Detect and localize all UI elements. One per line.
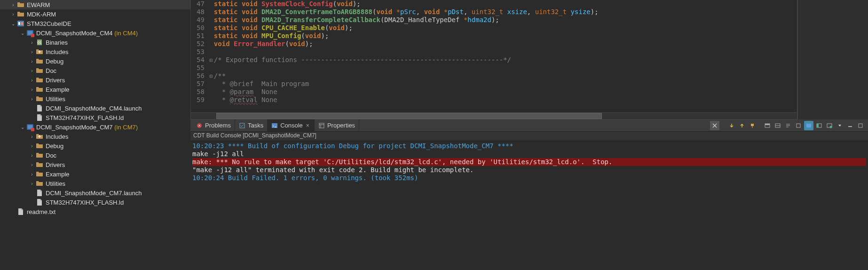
code-line[interactable]: /* Exported functions ------------------… — [214, 56, 797, 64]
scrollbar-thumb[interactable] — [216, 113, 602, 119]
pin-console-button[interactable] — [748, 121, 757, 130]
tree-item-label: STM32CubeIDE — [27, 20, 71, 27]
dropdown-button[interactable] — [835, 121, 844, 130]
expand-toggle[interactable]: › — [28, 181, 36, 186]
code-line[interactable]: * @param None — [214, 88, 797, 96]
panel-tab-console[interactable]: Console× — [268, 119, 315, 131]
expand-toggle[interactable]: › — [28, 172, 36, 177]
tree-item[interactable]: ›DCMI_SnapshotMode_CM7.launch — [0, 188, 190, 198]
clear-console-button[interactable] — [710, 121, 719, 130]
tree-item[interactable]: ›Drivers — [0, 75, 190, 85]
expand-toggle[interactable]: › — [28, 49, 36, 55]
expand-toggle[interactable]: ⌄ — [19, 125, 26, 130]
display-selected-button[interactable] — [804, 121, 813, 130]
folder-icon — [36, 142, 43, 150]
tree-item-label: Doc — [46, 152, 56, 159]
code-line[interactable]: * @retval None — [214, 96, 797, 104]
line-number: 56 — [197, 72, 205, 80]
folder-icon — [36, 95, 43, 103]
fold-marker[interactable]: ⊟ — [208, 56, 214, 64]
expand-toggle[interactable]: › — [28, 87, 36, 92]
code-editor[interactable]: 47484950515253545556575859 ⊟⊟ static voi… — [190, 0, 797, 119]
panel-tab-tasks[interactable]: Tasks — [235, 119, 268, 131]
folder-icon — [36, 57, 43, 65]
expand-toggle[interactable]: › — [28, 96, 36, 102]
tree-item[interactable]: ›readme.txt — [0, 207, 190, 216]
code-line[interactable]: static void SystemClock_Config(void); — [214, 0, 797, 8]
code-line[interactable] — [214, 48, 797, 56]
tree-item[interactable]: ›Example — [0, 169, 190, 179]
code-line[interactable]: static void DMA2D_TransferCompleteCallba… — [214, 16, 797, 24]
console-output[interactable]: 10:20:23 **** Build of configuration Deb… — [190, 141, 868, 270]
line-number: 59 — [197, 96, 205, 104]
expand-toggle[interactable]: › — [9, 12, 17, 17]
code-line[interactable]: static void MPU_Config(void); — [214, 32, 797, 40]
expand-toggle[interactable]: ⌄ — [9, 21, 17, 26]
code-line[interactable]: static void CPU_CACHE_Enable(void); — [214, 24, 797, 32]
tree-item[interactable]: ›Includes — [0, 47, 190, 56]
open-console-button[interactable] — [814, 121, 824, 130]
tree-item[interactable]: ⌄DCMI_SnapshotMode_CM4 (in CM4) — [0, 28, 190, 38]
tree-item[interactable]: ›EWARM — [0, 0, 190, 9]
console-view-1-icon[interactable] — [763, 121, 772, 130]
fold-marker[interactable]: ⊟ — [208, 72, 214, 80]
tree-item[interactable]: ›Drivers — [0, 160, 190, 169]
editor-area: 47484950515253545556575859 ⊟⊟ static voi… — [190, 0, 868, 119]
tree-item[interactable]: ⌄DCMI_SnapshotMode_CM7 (in CM7) — [0, 122, 190, 132]
expand-toggle[interactable]: › — [9, 2, 17, 8]
code-line[interactable]: static void DMA2D_ConvertFrameToARGB8888… — [214, 8, 797, 16]
tree-item[interactable]: ›Debug — [0, 56, 190, 66]
expand-toggle[interactable]: › — [28, 134, 36, 139]
tree-item[interactable]: ⌄STM32CubeIDE — [0, 19, 190, 28]
minimize-panel-icon[interactable] — [845, 121, 855, 130]
console-scroll-lock-icon[interactable] — [783, 121, 793, 130]
expand-toggle[interactable]: › — [28, 162, 36, 167]
code-line[interactable] — [214, 64, 797, 72]
console-line: "make -j12 all" terminated with exit cod… — [192, 166, 866, 174]
tree-item-label: Debug — [46, 143, 63, 150]
svg-rect-24 — [859, 124, 862, 127]
tree-item[interactable]: ›Example — [0, 85, 190, 94]
tree-item[interactable]: ›Debug — [0, 141, 190, 151]
tree-item-label: Utilities — [46, 180, 65, 187]
tree-item[interactable]: ›Includes — [0, 132, 190, 141]
console-view-2-icon[interactable] — [773, 121, 782, 130]
new-console-button[interactable] — [825, 121, 834, 130]
console-wrap-icon[interactable] — [794, 121, 803, 130]
tree-item[interactable]: ›Doc — [0, 151, 190, 160]
tree-item[interactable]: ›Utilities — [0, 94, 190, 103]
close-icon[interactable]: × — [305, 122, 310, 129]
bin-icon: 01 — [36, 39, 43, 46]
expand-toggle[interactable]: › — [28, 59, 36, 64]
code-content[interactable]: static void SystemClock_Config(void);sta… — [214, 0, 797, 112]
arrow-down-icon[interactable] — [727, 121, 736, 130]
arrow-up-icon[interactable] — [737, 121, 747, 130]
tree-item[interactable]: ›Utilities — [0, 179, 190, 188]
tree-item[interactable]: ›MDK-ARM — [0, 9, 190, 19]
editor-h-scrollbar[interactable] — [191, 112, 797, 119]
project-explorer[interactable]: ›EWARM›MDK-ARM⌄STM32CubeIDE⌄DCMI_Snapsho… — [0, 0, 190, 270]
tree-item[interactable]: ›Doc — [0, 66, 190, 75]
svg-rect-18 — [806, 124, 811, 127]
code-line[interactable]: /** — [214, 72, 797, 80]
expand-toggle[interactable]: ⌄ — [19, 31, 26, 36]
svg-rect-20 — [817, 124, 819, 127]
tree-item-label: Binaries — [46, 39, 68, 46]
expand-toggle[interactable]: › — [28, 78, 36, 83]
expand-toggle[interactable]: › — [28, 40, 36, 45]
tree-item[interactable]: ›STM32H747XIHX_FLASH.ld — [0, 198, 190, 207]
tree-item[interactable]: ›01Binaries — [0, 38, 190, 47]
panel-tab-properties[interactable]: Properties — [315, 119, 359, 131]
expand-toggle[interactable]: › — [28, 153, 36, 158]
tree-item[interactable]: ›STM32H747XIHX_FLASH.ld — [0, 113, 190, 122]
folder-icon — [36, 151, 43, 159]
expand-toggle[interactable]: › — [28, 68, 36, 73]
editor-right-pane — [797, 0, 868, 119]
code-line[interactable]: void Error_Handler(void); — [214, 40, 797, 48]
tree-item[interactable]: ›DCMI_SnapshotMode_CM4.launch — [0, 103, 190, 113]
maximize-panel-icon[interactable] — [856, 121, 865, 130]
expand-toggle[interactable]: › — [28, 143, 36, 149]
panel-tab-problems[interactable]: Problems — [192, 119, 235, 131]
code-line[interactable]: * @brief Main program — [214, 80, 797, 88]
fold-strip[interactable]: ⊟⊟ — [208, 0, 214, 112]
